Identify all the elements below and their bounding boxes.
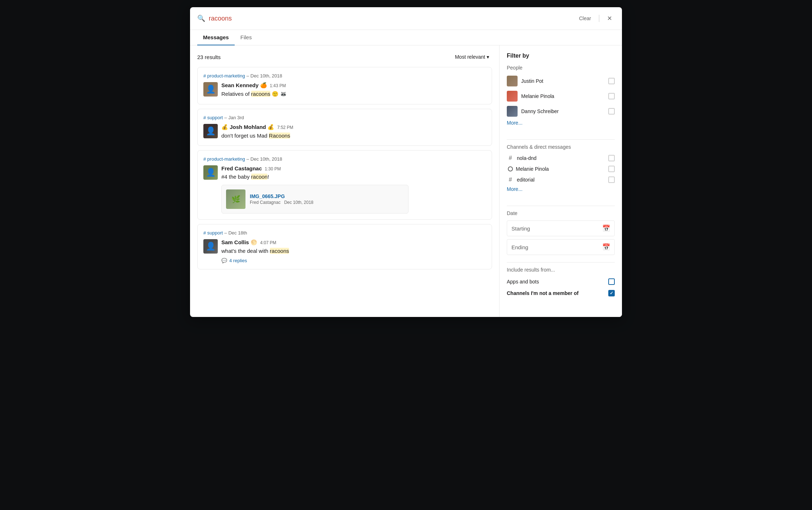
channel-link[interactable]: # support (203, 115, 223, 120)
not-member-checkbox[interactable] (608, 290, 615, 296)
person-avatar (507, 106, 518, 117)
channel-name: editorial (517, 177, 605, 183)
search-input[interactable] (209, 15, 573, 22)
channel-checkbox[interactable] (608, 155, 615, 161)
message-text: Relatives of racoons 🙂 🦝 (221, 90, 486, 98)
date-ending-input[interactable]: Ending 📅 (507, 239, 615, 255)
message-row: 👤 Fred Castagnac 1:30 PM #4 the baby rac… (203, 165, 486, 214)
attachment-card[interactable]: 🌿 IMG_0665.JPG Fred Castagnac Dec 10th, … (221, 185, 409, 214)
calendar-icon: 📅 (602, 243, 610, 251)
channel-name: nola-dnd (517, 155, 605, 161)
message-content: Fred Castagnac 1:30 PM #4 the baby racoo… (221, 165, 486, 214)
author-line: 💰 Josh Mohland 💰 7:52 PM (221, 124, 486, 130)
meta-dash: – (224, 115, 227, 120)
tabs-bar: Messages Files (190, 30, 622, 45)
filter-person: Justin Pot (507, 74, 615, 88)
sort-dropdown[interactable]: Most relevant ▾ (452, 53, 492, 61)
author-line: Fred Castagnac 1:30 PM (221, 165, 486, 171)
file-name: IMG_0665.JPG (250, 193, 313, 199)
channels-section-label: Channels & direct messages (507, 144, 615, 150)
message-row: 👤 Sam Collis 🌕 4:07 PM what's the deal w… (203, 239, 486, 264)
message-content: 💰 Josh Mohland 💰 7:52 PM don't forget us… (221, 124, 486, 140)
section-divider (507, 139, 615, 140)
person-name: Melanie Pinola (521, 93, 605, 99)
author-name: Fred Castagnac (221, 165, 262, 171)
avatar: 👤 (203, 165, 218, 180)
search-icon: 🔍 (197, 14, 205, 22)
hash-icon: # (507, 155, 514, 161)
channels-more-link[interactable]: More... (507, 186, 523, 192)
ending-label: Ending (511, 244, 602, 250)
dm-circle-icon (508, 166, 513, 171)
person-name: Justin Pot (521, 78, 605, 84)
message-text: #4 the baby racoon! (221, 173, 486, 181)
highlight: racoons (251, 91, 270, 97)
attachment-info: IMG_0665.JPG Fred Castagnac Dec 10th, 20… (250, 193, 313, 205)
avatar: 👤 (203, 124, 218, 138)
author-name: 💰 Josh Mohland 💰 (221, 124, 274, 130)
message-card: # product-marketing – Dec 10th, 2018 👤 F… (197, 150, 492, 220)
channel-checkbox[interactable] (608, 166, 615, 172)
author-name: Sam Collis 🌕 (221, 239, 257, 246)
people-section-label: People (507, 65, 615, 71)
file-meta: Fred Castagnac Dec 10th, 2018 (250, 200, 313, 205)
card-meta: # support – Jan 3rd (203, 115, 486, 120)
starting-label: Starting (511, 225, 602, 232)
person-checkbox[interactable] (608, 78, 615, 84)
meta-dash: – (247, 73, 249, 79)
person-checkbox[interactable] (608, 93, 615, 99)
message-date: Dec 18th (228, 230, 247, 236)
filter-section-people: People Justin Pot Melanie Pinola Danny S… (507, 65, 615, 132)
sort-chevron-icon: ▾ (487, 54, 489, 60)
author-name: Sean Kennedy 🍊 (221, 82, 267, 89)
calendar-icon: 📅 (602, 224, 610, 232)
channel-link[interactable]: # product-marketing (203, 156, 245, 162)
people-more-link[interactable]: More... (507, 120, 523, 126)
message-row: 👤 💰 Josh Mohland 💰 7:52 PM don't forget … (203, 124, 486, 140)
message-content: Sam Collis 🌕 4:07 PM what's the deal wit… (221, 239, 486, 264)
meta-dash: – (224, 230, 227, 236)
clear-button[interactable]: Clear (576, 14, 594, 23)
sort-label: Most relevant (455, 54, 485, 60)
card-meta: # product-marketing – Dec 10th, 2018 (203, 73, 486, 79)
results-count: 23 results (197, 54, 221, 60)
filter-person: Melanie Pinola (507, 89, 615, 103)
channel-link[interactable]: # support (203, 230, 223, 236)
channel-checkbox[interactable] (608, 176, 615, 183)
apps-bots-checkbox[interactable] (608, 278, 615, 285)
highlight: racoon (251, 174, 268, 180)
person-checkbox[interactable] (608, 108, 615, 115)
include-item-label: Channels I'm not a member of (507, 290, 605, 296)
results-panel: 23 results Most relevant ▾ # product-mar… (190, 45, 500, 317)
filter-section-include: Include results from... Apps and bots Ch… (507, 267, 615, 298)
message-time: 4:07 PM (260, 240, 276, 245)
message-row: 👤 Sean Kennedy 🍊 1:43 PM Relatives of ra… (203, 82, 486, 98)
filter-title: Filter by (507, 53, 615, 59)
modal-body: 23 results Most relevant ▾ # product-mar… (190, 45, 622, 317)
person-name: Danny Schreiber (521, 108, 605, 114)
message-date: Dec 10th, 2018 (251, 156, 282, 162)
message-time: 1:43 PM (270, 83, 286, 88)
search-modal: 🔍 Clear × Messages Files 23 results Most… (190, 7, 622, 317)
message-content: Sean Kennedy 🍊 1:43 PM Relatives of raco… (221, 82, 486, 98)
section-divider (507, 206, 615, 206)
date-starting-input[interactable]: Starting 📅 (507, 220, 615, 236)
attachment-thumbnail: 🌿 (226, 189, 245, 209)
person-avatar (507, 91, 518, 102)
include-item-label: Apps and bots (507, 279, 605, 285)
avatar: 👤 (203, 82, 218, 97)
avatar: 👤 (203, 239, 218, 254)
channel-item: Melanie Pinola (507, 164, 615, 174)
tab-messages[interactable]: Messages (197, 30, 235, 45)
close-button[interactable]: × (604, 13, 615, 24)
highlight: racoons (270, 248, 289, 254)
include-row: Apps and bots (507, 277, 615, 286)
filter-panel: Filter by People Justin Pot Melanie Pino… (500, 45, 622, 317)
channel-item: # nola-dnd (507, 153, 615, 163)
channel-link[interactable]: # product-marketing (203, 73, 245, 79)
filter-section-date: Date Starting 📅 Ending 📅 (507, 210, 615, 255)
message-text: what's the deal with racoons (221, 247, 486, 255)
hash-icon: # (507, 176, 514, 183)
tab-files[interactable]: Files (235, 30, 258, 45)
replies-link[interactable]: 💬 4 replies (221, 258, 486, 263)
